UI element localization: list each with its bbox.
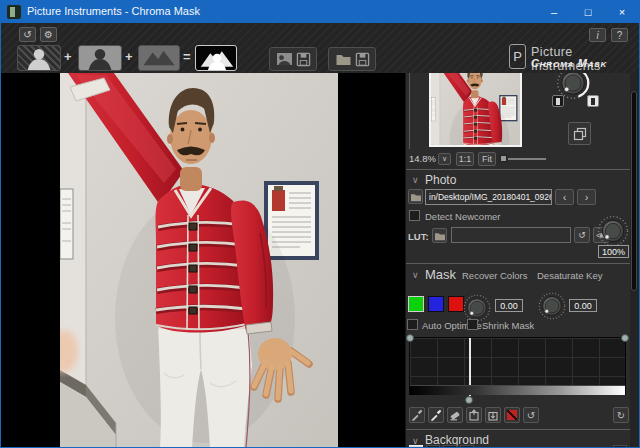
auto-optimize-checkbox[interactable] — [407, 319, 418, 330]
panel-scrollbar[interactable] — [630, 73, 639, 448]
curve-handle-left[interactable] — [406, 334, 414, 342]
zoom-slider-handle[interactable] — [500, 155, 507, 162]
duplicate-view-button[interactable] — [568, 122, 591, 145]
mask-store-button[interactable] — [466, 407, 482, 423]
zoom-dropdown-button[interactable]: ∨ — [438, 153, 451, 165]
lut-path-field[interactable] — [451, 227, 571, 243]
background-image-icon-button[interactable] — [138, 45, 180, 71]
shrink-mask-checkbox[interactable] — [467, 319, 478, 330]
photo-folder-button[interactable] — [408, 189, 423, 204]
help-button[interactable]: ? — [611, 28, 628, 42]
preview-edge-line — [409, 73, 410, 149]
zoom-percent-value: 14.8% — [409, 153, 436, 164]
masked-subject-icon-button[interactable] — [17, 45, 61, 71]
logo-product: Chroma Mask — [531, 57, 607, 69]
equals-separator: = — [183, 49, 191, 64]
previous-photo-button[interactable]: ‹ — [555, 189, 574, 205]
red-slashed-icon — [507, 410, 517, 420]
panel-scrollbar-thumb[interactable] — [631, 91, 637, 291]
mask-collapse-chevron-icon[interactable]: ∨ — [412, 270, 419, 280]
titlebar[interactable]: Picture Instruments - Chroma Mask – □ × — [1, 1, 639, 23]
undo-button[interactable]: ↺ — [19, 27, 36, 42]
lut-label: LUT: — [408, 231, 429, 242]
pick-color-eyedropper-button[interactable] — [409, 407, 425, 423]
app-icon — [7, 5, 21, 19]
lut-strength-knob[interactable] — [596, 214, 630, 248]
detect-newcomer-label: Detect Newcomer — [425, 211, 501, 222]
detect-newcomer-checkbox[interactable] — [409, 210, 420, 221]
desaturate-key-knob[interactable] — [537, 291, 567, 321]
window-title: Picture Instruments - Chroma Mask — [27, 5, 200, 17]
control-panel: 14.8% ∨ 1:1 Fit ∨ Photo in/Desktop/IMG_2… — [405, 73, 639, 448]
recover-colors-label: Recover Colors — [462, 270, 527, 281]
mask-section-header[interactable]: Mask — [425, 267, 456, 282]
zoom-actual-size-button[interactable]: 1:1 — [456, 152, 474, 166]
divider — [406, 263, 630, 264]
photo-illustration — [60, 73, 338, 448]
zoom-fit-button[interactable]: Fit — [478, 152, 496, 166]
plus-separator: + — [64, 49, 72, 64]
batch-save-button[interactable] — [328, 47, 376, 71]
settings-gear-button[interactable]: ⚙ — [40, 27, 57, 42]
mask-view-dark-toggle[interactable] — [552, 95, 564, 107]
curve-handle-right[interactable] — [621, 334, 629, 342]
box-arrow-up-icon — [468, 409, 480, 421]
dark-toggle-glyph — [556, 98, 560, 105]
recover-colors-value[interactable]: 0.00 — [495, 299, 523, 312]
light-toggle-glyph — [591, 98, 595, 105]
key-color-blue-swatch[interactable] — [428, 296, 444, 312]
add-color-eyedropper-button[interactable] — [428, 407, 444, 423]
photo-path-field[interactable]: in/Desktop/IMG_20180401_092657.jpg — [425, 189, 552, 205]
reload-mask-button[interactable]: ↻ — [613, 407, 629, 423]
layers-icon — [573, 127, 587, 141]
maximize-button[interactable]: □ — [571, 1, 605, 23]
mask-view-light-toggle[interactable] — [587, 95, 599, 107]
photo-collapse-chevron-icon[interactable]: ∨ — [412, 175, 419, 185]
source-photo-icon-button[interactable] — [78, 45, 122, 71]
eraser-icon — [449, 409, 461, 421]
close-button[interactable]: × — [605, 1, 639, 23]
image-canvas[interactable] — [1, 73, 405, 448]
photo-of-wax-figure[interactable] — [60, 73, 338, 448]
mask-curve-editor[interactable] — [409, 337, 626, 395]
eyedropper-plus-icon — [430, 409, 442, 421]
navigator-thumbnail[interactable] — [429, 73, 522, 147]
divider — [406, 169, 630, 170]
lut-folder-button[interactable] — [432, 228, 447, 243]
app-window: Picture Instruments - Chroma Mask – □ × … — [0, 0, 640, 448]
info-button[interactable]: i — [589, 28, 606, 42]
mask-reset-button[interactable]: ↺ — [523, 407, 539, 423]
zoom-slider-track[interactable] — [508, 158, 546, 160]
luminance-gradient-strip[interactable] — [410, 385, 625, 395]
desaturate-key-label: Desaturate Key — [537, 270, 602, 281]
box-arrow-down-icon — [487, 409, 499, 421]
lut-reset-button[interactable]: ↺ — [574, 227, 590, 243]
curve-marker-handle[interactable] — [465, 396, 473, 404]
save-image-button[interactable] — [269, 47, 317, 71]
logo-mark: P — [509, 44, 526, 69]
desaturate-key-value[interactable]: 0.00 — [569, 299, 597, 312]
photo-section-header[interactable]: Photo — [425, 173, 456, 187]
eraser-button[interactable] — [447, 407, 463, 423]
next-photo-button[interactable]: › — [577, 189, 596, 205]
eyedropper-icon — [411, 409, 423, 421]
divider — [406, 429, 630, 430]
minimize-button[interactable]: – — [537, 1, 571, 23]
thumbnail-image — [431, 73, 522, 147]
key-color-green-swatch[interactable] — [408, 296, 424, 312]
lut-strength-value[interactable]: 100% — [598, 245, 629, 258]
plus-separator-2: + — [125, 49, 133, 64]
composite-result-icon-button[interactable] — [195, 45, 237, 71]
mask-recall-button[interactable] — [485, 407, 501, 423]
shrink-mask-label: Shrink Mask — [482, 320, 534, 331]
clear-key-color-button[interactable] — [504, 407, 520, 423]
